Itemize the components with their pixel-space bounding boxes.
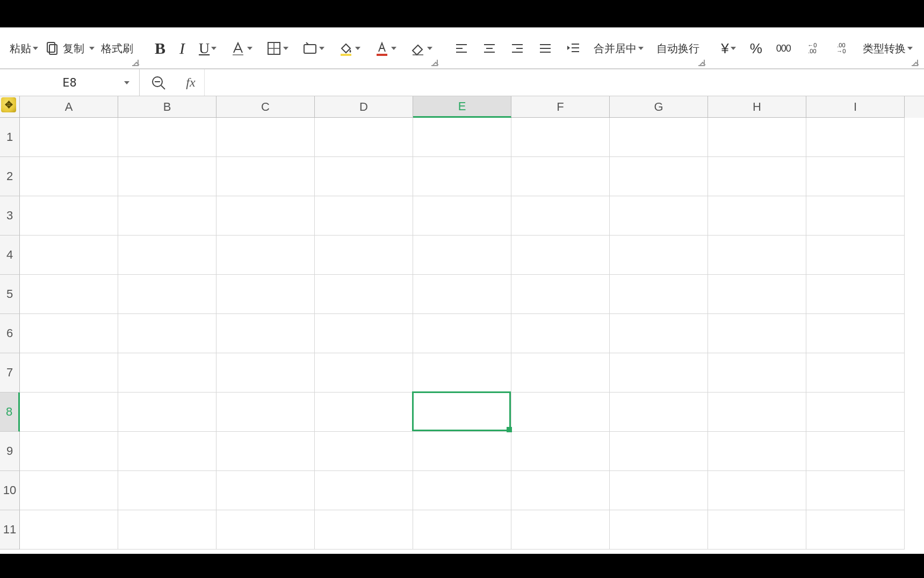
cell[interactable]	[20, 393, 118, 432]
cell[interactable]	[610, 393, 708, 432]
cell[interactable]	[708, 432, 806, 471]
cell[interactable]	[216, 353, 315, 393]
cell[interactable]	[610, 275, 708, 314]
column-header[interactable]: I	[806, 96, 905, 118]
cell[interactable]	[216, 471, 315, 510]
cell[interactable]	[806, 432, 905, 471]
cell[interactable]	[511, 118, 610, 157]
row-header[interactable]: 10	[0, 471, 20, 510]
column-header[interactable]: D	[315, 96, 413, 118]
cell[interactable]	[315, 118, 413, 157]
cell[interactable]	[315, 314, 413, 353]
cell[interactable]	[413, 432, 511, 471]
cell[interactable]	[315, 393, 413, 432]
cell[interactable]	[20, 236, 118, 275]
cell[interactable]	[610, 314, 708, 353]
cell[interactable]	[708, 314, 806, 353]
dialog-launcher-icon[interactable]	[912, 60, 918, 66]
cell[interactable]	[610, 236, 708, 275]
align-center-button[interactable]	[479, 39, 500, 58]
merge-center-button[interactable]: 合并居中	[590, 39, 647, 58]
cell[interactable]	[20, 118, 118, 157]
fill-color-button[interactable]	[335, 39, 364, 58]
cell[interactable]	[708, 118, 806, 157]
column-header[interactable]: B	[118, 96, 216, 118]
fx-label[interactable]: fx	[177, 69, 204, 96]
dialog-launcher-icon[interactable]	[132, 60, 139, 66]
format-painter-button[interactable]: 格式刷	[98, 39, 136, 58]
dialog-launcher-icon[interactable]	[431, 60, 438, 66]
type-convert-button[interactable]: 类型转换	[860, 39, 916, 58]
cell[interactable]	[315, 236, 413, 275]
cell[interactable]	[511, 236, 610, 275]
cell[interactable]	[20, 510, 118, 550]
borders-button[interactable]	[263, 39, 292, 58]
cell[interactable]	[806, 393, 905, 432]
cell[interactable]	[20, 157, 118, 196]
thousands-button[interactable]: 000	[773, 41, 794, 56]
column-header[interactable]: E	[413, 96, 511, 118]
cell[interactable]	[118, 236, 216, 275]
cell[interactable]	[118, 314, 216, 353]
cell[interactable]	[610, 196, 708, 236]
cell[interactable]	[315, 471, 413, 510]
column-header[interactable]: C	[216, 96, 315, 118]
cell[interactable]	[708, 157, 806, 196]
cell[interactable]	[708, 236, 806, 275]
cell[interactable]	[806, 196, 905, 236]
underline-button[interactable]: U	[196, 38, 220, 59]
cell[interactable]	[20, 275, 118, 314]
cell[interactable]	[20, 314, 118, 353]
cell[interactable]	[806, 275, 905, 314]
row-header[interactable]: 8	[0, 393, 20, 432]
wrap-text-button[interactable]: 自动换行	[653, 39, 703, 58]
cell[interactable]	[511, 196, 610, 236]
cell[interactable]	[511, 432, 610, 471]
cell[interactable]	[708, 510, 806, 550]
cell[interactable]	[315, 353, 413, 393]
cell[interactable]	[413, 353, 511, 393]
cell[interactable]	[118, 275, 216, 314]
cell[interactable]	[413, 196, 511, 236]
cell[interactable]	[511, 471, 610, 510]
clear-format-button[interactable]	[407, 39, 436, 58]
paste-button[interactable]: 粘贴	[6, 39, 41, 58]
cell[interactable]	[610, 353, 708, 393]
name-box[interactable]: E8	[0, 69, 140, 96]
cell[interactable]	[708, 196, 806, 236]
row-header[interactable]: 11	[0, 510, 20, 550]
cell[interactable]	[610, 471, 708, 510]
cell[interactable]	[118, 353, 216, 393]
align-left-button[interactable]	[451, 39, 472, 58]
cell[interactable]	[511, 510, 610, 550]
cell[interactable]	[20, 432, 118, 471]
cell[interactable]	[806, 353, 905, 393]
font-effects-button[interactable]	[227, 39, 256, 58]
cell[interactable]	[413, 118, 511, 157]
cell[interactable]	[806, 157, 905, 196]
cell-style-button[interactable]	[299, 39, 328, 58]
cell[interactable]	[806, 314, 905, 353]
column-header[interactable]: G	[610, 96, 708, 118]
row-header[interactable]: 9	[0, 432, 20, 471]
cell[interactable]	[708, 393, 806, 432]
cell[interactable]	[511, 314, 610, 353]
currency-button[interactable]: ¥	[718, 38, 739, 59]
italic-button[interactable]: I	[176, 37, 188, 60]
row-header[interactable]: 3	[0, 196, 20, 236]
indent-button[interactable]	[562, 39, 584, 58]
cell[interactable]	[511, 157, 610, 196]
cell[interactable]	[20, 353, 118, 393]
row-header[interactable]: 5	[0, 275, 20, 314]
cell[interactable]	[20, 471, 118, 510]
row-header[interactable]: 1	[0, 118, 20, 157]
cell[interactable]	[118, 432, 216, 471]
font-color-button[interactable]	[371, 39, 400, 58]
cell[interactable]	[413, 393, 511, 432]
cell[interactable]	[216, 118, 315, 157]
cell[interactable]	[413, 510, 511, 550]
cell[interactable]	[610, 118, 708, 157]
percent-button[interactable]: %	[747, 38, 766, 59]
cell[interactable]	[511, 275, 610, 314]
cell[interactable]	[216, 275, 315, 314]
